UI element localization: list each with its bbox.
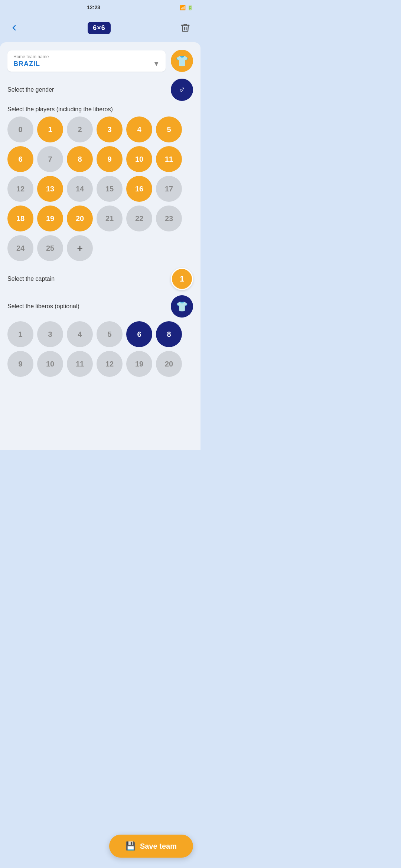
status-bar: 12:23 📶 🔋 <box>0 0 200 15</box>
back-button[interactable] <box>7 21 21 34</box>
libero-icon-button[interactable]: 👕 <box>171 295 193 318</box>
player-btn-23[interactable]: 23 <box>156 206 182 231</box>
player-btn-20[interactable]: 20 <box>67 206 93 231</box>
libero-grid: 13456891011121920 <box>7 321 193 377</box>
player-btn-25[interactable]: 25 <box>37 235 63 261</box>
shirt-icon: 👕 <box>176 55 189 67</box>
delete-button[interactable] <box>177 20 193 36</box>
libero-btn-10[interactable]: 10 <box>37 351 63 377</box>
libero-label: Select the liberos (optional) <box>7 303 79 310</box>
player-btn-12[interactable]: 12 <box>7 176 33 202</box>
libero-btn-5[interactable]: 5 <box>97 321 123 347</box>
add-player-button[interactable]: + <box>67 235 93 261</box>
team-name-label: Home team name <box>13 54 160 59</box>
player-btn-3[interactable]: 3 <box>97 116 123 142</box>
libero-btn-12[interactable]: 12 <box>97 351 123 377</box>
team-name-value: BRAZIL <box>13 60 40 68</box>
player-btn-11[interactable]: 11 <box>156 146 182 172</box>
player-btn-1[interactable]: 1 <box>37 116 63 142</box>
player-btn-14[interactable]: 14 <box>67 176 93 202</box>
status-icons: 📶 🔋 <box>180 5 193 10</box>
player-btn-18[interactable]: 18 <box>7 206 33 231</box>
player-btn-5[interactable]: 5 <box>156 116 182 142</box>
libero-btn-20[interactable]: 20 <box>156 351 182 377</box>
player-btn-15[interactable]: 15 <box>97 176 123 202</box>
players-grid: 0123456789101112131415161718192021222324… <box>7 116 193 261</box>
main-content: Home team name BRAZIL ▼ 👕 Select the gen… <box>0 42 200 450</box>
player-btn-6[interactable]: 6 <box>7 146 33 172</box>
gender-icon: ♂ <box>179 85 185 95</box>
player-btn-8[interactable]: 8 <box>67 146 93 172</box>
player-btn-7[interactable]: 7 <box>37 146 63 172</box>
status-time: 12:23 <box>7 4 180 10</box>
players-label: Select the players (including the libero… <box>7 106 113 113</box>
player-btn-0[interactable]: 0 <box>7 116 33 142</box>
libero-btn-11[interactable]: 11 <box>67 351 93 377</box>
player-btn-24[interactable]: 24 <box>7 235 33 261</box>
player-btn-4[interactable]: 4 <box>126 116 152 142</box>
player-btn-21[interactable]: 21 <box>97 206 123 231</box>
team-name-field[interactable]: Home team name BRAZIL ▼ <box>7 50 166 72</box>
player-btn-22[interactable]: 22 <box>126 206 152 231</box>
gender-button[interactable]: ♂ <box>171 79 193 101</box>
players-section-row: Select the players (including the libero… <box>7 106 193 113</box>
gender-label: Select the gender <box>7 86 54 93</box>
top-bar: 6×6 <box>0 15 200 41</box>
captain-row: Select the captain 1 <box>7 268 193 290</box>
libero-shirt-icon: 👕 <box>176 301 188 312</box>
libero-btn-1[interactable]: 1 <box>7 321 33 347</box>
libero-btn-8[interactable]: 8 <box>156 321 182 347</box>
libero-btn-6[interactable]: 6 <box>126 321 152 347</box>
gender-row: Select the gender ♂ <box>7 79 193 101</box>
captain-label: Select the captain <box>7 276 55 282</box>
player-btn-17[interactable]: 17 <box>156 176 182 202</box>
libero-btn-4[interactable]: 4 <box>67 321 93 347</box>
player-btn-10[interactable]: 10 <box>126 146 152 172</box>
libero-row: Select the liberos (optional) 👕 <box>7 295 193 318</box>
shirt-icon-button[interactable]: 👕 <box>171 50 193 72</box>
chevron-down-icon: ▼ <box>153 60 160 68</box>
captain-number[interactable]: 1 <box>171 268 193 290</box>
libero-btn-9[interactable]: 9 <box>7 351 33 377</box>
libero-btn-3[interactable]: 3 <box>37 321 63 347</box>
player-btn-2[interactable]: 2 <box>67 116 93 142</box>
libero-btn-19[interactable]: 19 <box>126 351 152 377</box>
player-btn-9[interactable]: 9 <box>97 146 123 172</box>
player-btn-13[interactable]: 13 <box>37 176 63 202</box>
team-name-row: Home team name BRAZIL ▼ 👕 <box>7 50 193 72</box>
player-btn-19[interactable]: 19 <box>37 206 63 231</box>
game-badge-text: 6×6 <box>93 24 105 32</box>
game-badge: 6×6 <box>88 22 111 34</box>
player-btn-16[interactable]: 16 <box>126 176 152 202</box>
